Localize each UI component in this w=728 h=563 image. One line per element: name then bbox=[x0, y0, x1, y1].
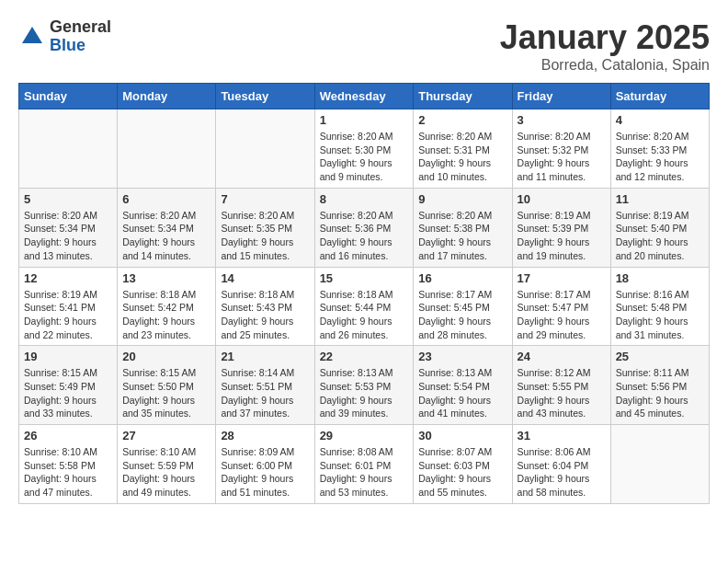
day-info: Sunrise: 8:10 AM Sunset: 5:59 PM Dayligh… bbox=[122, 445, 210, 500]
day-number: 10 bbox=[518, 192, 606, 206]
day-info: Sunrise: 8:18 AM Sunset: 5:42 PM Dayligh… bbox=[122, 288, 210, 342]
calendar-cell-w1-d6: 3Sunrise: 8:20 AM Sunset: 5:32 PM Daylig… bbox=[512, 109, 610, 189]
day-number: 7 bbox=[221, 192, 309, 206]
calendar-cell-w1-d4: 1Sunrise: 8:20 AM Sunset: 5:30 PM Daylig… bbox=[314, 109, 414, 189]
calendar-header-row: Sunday Monday Tuesday Wednesday Thursday… bbox=[19, 84, 710, 109]
day-number: 21 bbox=[221, 350, 309, 363]
day-number: 30 bbox=[418, 429, 506, 442]
day-info: Sunrise: 8:13 AM Sunset: 5:54 PM Dayligh… bbox=[418, 366, 506, 420]
title-area: January 2025 Borreda, Catalonia, Spain bbox=[500, 18, 710, 74]
calendar-table: Sunday Monday Tuesday Wednesday Thursday… bbox=[18, 83, 710, 504]
svg-marker-0 bbox=[22, 27, 42, 43]
calendar-cell-w2-d1: 5Sunrise: 8:20 AM Sunset: 5:34 PM Daylig… bbox=[19, 188, 118, 267]
calendar-cell-w5-d4: 29Sunrise: 8:08 AM Sunset: 6:01 PM Dayli… bbox=[314, 425, 414, 504]
calendar-cell-w4-d2: 20Sunrise: 8:15 AM Sunset: 5:50 PM Dayli… bbox=[118, 346, 216, 425]
day-number: 11 bbox=[616, 192, 704, 206]
calendar-cell-w1-d3 bbox=[216, 109, 314, 189]
day-number: 22 bbox=[320, 350, 409, 363]
calendar-cell-w4-d1: 19Sunrise: 8:15 AM Sunset: 5:49 PM Dayli… bbox=[19, 346, 118, 425]
day-info: Sunrise: 8:20 AM Sunset: 5:30 PM Dayligh… bbox=[320, 130, 409, 184]
calendar-cell-w3-d2: 13Sunrise: 8:18 AM Sunset: 5:42 PM Dayli… bbox=[118, 267, 216, 346]
day-number: 8 bbox=[320, 192, 409, 206]
col-sunday: Sunday bbox=[19, 84, 118, 109]
calendar-week-3: 12Sunrise: 8:19 AM Sunset: 5:41 PM Dayli… bbox=[19, 267, 710, 346]
calendar-cell-w1-d1 bbox=[19, 109, 118, 189]
calendar-cell-w2-d2: 6Sunrise: 8:20 AM Sunset: 5:34 PM Daylig… bbox=[118, 188, 216, 267]
calendar-week-1: 1Sunrise: 8:20 AM Sunset: 5:30 PM Daylig… bbox=[19, 109, 710, 189]
day-info: Sunrise: 8:14 AM Sunset: 5:51 PM Dayligh… bbox=[221, 366, 309, 420]
day-info: Sunrise: 8:20 AM Sunset: 5:33 PM Dayligh… bbox=[616, 130, 704, 184]
calendar-cell-w1-d7: 4Sunrise: 8:20 AM Sunset: 5:33 PM Daylig… bbox=[610, 109, 709, 189]
day-number: 12 bbox=[24, 271, 112, 285]
calendar-cell-w2-d7: 11Sunrise: 8:19 AM Sunset: 5:40 PM Dayli… bbox=[610, 188, 709, 267]
day-number: 5 bbox=[24, 192, 112, 206]
calendar-cell-w1-d2 bbox=[118, 109, 216, 189]
day-info: Sunrise: 8:06 AM Sunset: 6:04 PM Dayligh… bbox=[518, 445, 606, 500]
day-number: 13 bbox=[122, 271, 210, 285]
calendar-cell-w2-d6: 10Sunrise: 8:19 AM Sunset: 5:39 PM Dayli… bbox=[512, 188, 610, 267]
day-info: Sunrise: 8:18 AM Sunset: 5:44 PM Dayligh… bbox=[320, 288, 409, 342]
day-number: 27 bbox=[122, 429, 210, 442]
calendar-cell-w3-d4: 15Sunrise: 8:18 AM Sunset: 5:44 PM Dayli… bbox=[314, 267, 414, 346]
calendar-cell-w2-d4: 8Sunrise: 8:20 AM Sunset: 5:36 PM Daylig… bbox=[314, 188, 414, 267]
day-info: Sunrise: 8:11 AM Sunset: 5:56 PM Dayligh… bbox=[616, 366, 704, 420]
calendar-cell-w1-d5: 2Sunrise: 8:20 AM Sunset: 5:31 PM Daylig… bbox=[414, 109, 512, 189]
day-info: Sunrise: 8:17 AM Sunset: 5:47 PM Dayligh… bbox=[518, 288, 606, 342]
day-number: 25 bbox=[616, 350, 704, 363]
day-number: 19 bbox=[24, 350, 112, 363]
col-tuesday: Tuesday bbox=[216, 84, 314, 109]
day-info: Sunrise: 8:20 AM Sunset: 5:32 PM Dayligh… bbox=[518, 130, 606, 184]
day-info: Sunrise: 8:07 AM Sunset: 6:03 PM Dayligh… bbox=[418, 445, 506, 500]
day-number: 18 bbox=[616, 271, 704, 285]
day-info: Sunrise: 8:09 AM Sunset: 6:00 PM Dayligh… bbox=[221, 445, 309, 500]
day-number: 6 bbox=[122, 192, 210, 206]
col-wednesday: Wednesday bbox=[314, 84, 414, 109]
day-number: 16 bbox=[418, 271, 506, 285]
day-number: 3 bbox=[518, 113, 606, 127]
day-info: Sunrise: 8:19 AM Sunset: 5:41 PM Dayligh… bbox=[24, 288, 112, 342]
logo-blue-text: Blue bbox=[50, 37, 111, 55]
col-friday: Friday bbox=[512, 84, 610, 109]
day-info: Sunrise: 8:19 AM Sunset: 5:40 PM Dayligh… bbox=[616, 209, 704, 263]
day-info: Sunrise: 8:20 AM Sunset: 5:38 PM Dayligh… bbox=[418, 209, 506, 263]
day-info: Sunrise: 8:16 AM Sunset: 5:48 PM Dayligh… bbox=[616, 288, 704, 342]
calendar-cell-w5-d6: 31Sunrise: 8:06 AM Sunset: 6:04 PM Dayli… bbox=[512, 425, 610, 504]
location-subtitle: Borreda, Catalonia, Spain bbox=[500, 57, 710, 74]
day-info: Sunrise: 8:19 AM Sunset: 5:39 PM Dayligh… bbox=[518, 209, 606, 263]
calendar-cell-w3-d6: 17Sunrise: 8:17 AM Sunset: 5:47 PM Dayli… bbox=[512, 267, 610, 346]
calendar-cell-w2-d5: 9Sunrise: 8:20 AM Sunset: 5:38 PM Daylig… bbox=[414, 188, 512, 267]
month-year-title: January 2025 bbox=[500, 18, 710, 57]
col-thursday: Thursday bbox=[414, 84, 512, 109]
day-info: Sunrise: 8:12 AM Sunset: 5:55 PM Dayligh… bbox=[518, 366, 606, 420]
calendar-cell-w5-d3: 28Sunrise: 8:09 AM Sunset: 6:00 PM Dayli… bbox=[216, 425, 314, 504]
day-number: 29 bbox=[320, 429, 409, 442]
logo-general-text: General bbox=[50, 18, 111, 37]
calendar-cell-w4-d7: 25Sunrise: 8:11 AM Sunset: 5:56 PM Dayli… bbox=[610, 346, 709, 425]
calendar-week-5: 26Sunrise: 8:10 AM Sunset: 5:58 PM Dayli… bbox=[19, 425, 710, 504]
day-number: 28 bbox=[221, 429, 309, 442]
day-info: Sunrise: 8:20 AM Sunset: 5:35 PM Dayligh… bbox=[221, 209, 309, 263]
calendar-cell-w3-d3: 14Sunrise: 8:18 AM Sunset: 5:43 PM Dayli… bbox=[216, 267, 314, 346]
day-info: Sunrise: 8:18 AM Sunset: 5:43 PM Dayligh… bbox=[221, 288, 309, 342]
calendar-cell-w5-d2: 27Sunrise: 8:10 AM Sunset: 5:59 PM Dayli… bbox=[118, 425, 216, 504]
day-number: 2 bbox=[418, 113, 506, 127]
day-info: Sunrise: 8:15 AM Sunset: 5:50 PM Dayligh… bbox=[122, 366, 210, 420]
col-saturday: Saturday bbox=[610, 84, 709, 109]
calendar-cell-w4-d3: 21Sunrise: 8:14 AM Sunset: 5:51 PM Dayli… bbox=[216, 346, 314, 425]
day-number: 14 bbox=[221, 271, 309, 285]
logo-icon bbox=[18, 23, 46, 51]
calendar-week-4: 19Sunrise: 8:15 AM Sunset: 5:49 PM Dayli… bbox=[19, 346, 710, 425]
day-info: Sunrise: 8:08 AM Sunset: 6:01 PM Dayligh… bbox=[320, 445, 409, 500]
page-header: General Blue January 2025 Borreda, Catal… bbox=[18, 18, 710, 74]
day-number: 4 bbox=[616, 113, 704, 127]
calendar-cell-w3-d7: 18Sunrise: 8:16 AM Sunset: 5:48 PM Dayli… bbox=[610, 267, 709, 346]
day-number: 15 bbox=[320, 271, 409, 285]
day-number: 1 bbox=[320, 113, 409, 127]
day-info: Sunrise: 8:20 AM Sunset: 5:31 PM Dayligh… bbox=[418, 130, 506, 184]
calendar-cell-w2-d3: 7Sunrise: 8:20 AM Sunset: 5:35 PM Daylig… bbox=[216, 188, 314, 267]
calendar-cell-w4-d5: 23Sunrise: 8:13 AM Sunset: 5:54 PM Dayli… bbox=[414, 346, 512, 425]
day-number: 31 bbox=[518, 429, 606, 442]
calendar-cell-w5-d7 bbox=[610, 425, 709, 504]
day-number: 9 bbox=[418, 192, 506, 206]
calendar-cell-w3-d5: 16Sunrise: 8:17 AM Sunset: 5:45 PM Dayli… bbox=[414, 267, 512, 346]
